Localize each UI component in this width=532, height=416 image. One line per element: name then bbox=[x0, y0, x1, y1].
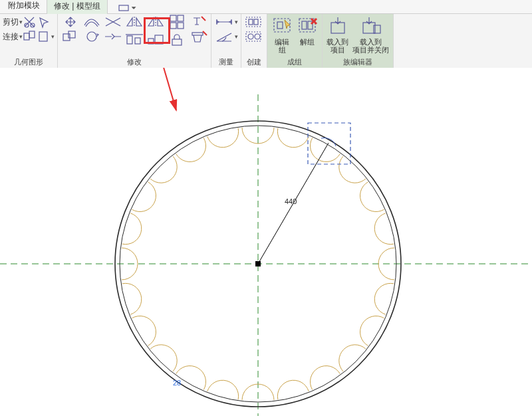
svg-rect-0 bbox=[119, 5, 128, 11]
reference-axes bbox=[0, 94, 532, 416]
load-to-project-icon bbox=[327, 16, 348, 37]
panel-geometry: 剪切 ▾ 连接 ▾ bbox=[0, 14, 58, 68]
chevron-down-icon: ⏷ bbox=[131, 5, 137, 11]
panel-measure: ▾ ▾ 测量 bbox=[211, 14, 241, 68]
edit-group-button[interactable]: 编辑 组 bbox=[270, 15, 294, 54]
tab-attached-module[interactable]: 附加模块 bbox=[1, 0, 47, 13]
radius-dimension-label: 440 bbox=[285, 197, 297, 205]
chevron-down-icon: ▾ bbox=[51, 33, 55, 40]
chevron-down-icon: ▾ bbox=[235, 19, 238, 25]
ribbon: 剪切 ▾ 连接 ▾ bbox=[0, 14, 532, 69]
align-icon[interactable] bbox=[124, 33, 144, 47]
panel-modify-title: 修改 bbox=[127, 56, 142, 68]
chevron-down-icon: ▾ bbox=[235, 33, 238, 40]
load-to-project-label: 载入到 项目 bbox=[327, 38, 348, 54]
svg-rect-17 bbox=[172, 39, 182, 45]
svg-rect-21 bbox=[254, 19, 258, 25]
panel-modify: 修改 bbox=[58, 14, 211, 68]
svg-rect-9 bbox=[170, 15, 176, 21]
cut-label: 剪切 bbox=[3, 17, 19, 28]
svg-rect-10 bbox=[178, 15, 184, 21]
ungroup-icon bbox=[297, 16, 318, 37]
move-icon[interactable] bbox=[61, 15, 80, 29]
annotation-arrow bbox=[156, 68, 176, 110]
panel-group-title: 成组 bbox=[287, 56, 302, 68]
selection-box[interactable] bbox=[308, 123, 350, 164]
leader-label: 28 bbox=[173, 379, 181, 387]
svg-rect-28 bbox=[302, 21, 307, 29]
svg-rect-20 bbox=[249, 19, 253, 25]
trim-icon[interactable] bbox=[103, 15, 123, 29]
svg-rect-4 bbox=[29, 31, 35, 38]
qat-dropdown[interactable]: ⏷ bbox=[113, 3, 142, 13]
connect-button[interactable]: 连接 ▾ bbox=[3, 30, 36, 43]
cut-button[interactable]: 剪切 ▾ bbox=[3, 15, 36, 29]
create-group-icon[interactable] bbox=[244, 30, 264, 43]
load-to-project-button[interactable]: 载入到 项目 bbox=[325, 15, 350, 54]
svg-rect-18 bbox=[192, 33, 203, 35]
svg-point-8 bbox=[87, 32, 96, 41]
svg-rect-15 bbox=[148, 39, 154, 44]
svg-point-24 bbox=[255, 34, 260, 39]
tab-modify-modelgroup[interactable]: 修改 | 模型组 bbox=[47, 0, 108, 14]
svg-rect-14 bbox=[135, 38, 140, 44]
dimension-angle-icon bbox=[214, 30, 234, 43]
svg-point-23 bbox=[248, 34, 253, 39]
make-group-icon[interactable] bbox=[244, 15, 264, 29]
svg-rect-13 bbox=[127, 36, 132, 44]
dimension-linear-button[interactable]: ▾ bbox=[214, 15, 238, 29]
ribbon-tabs: 附加模块 修改 | 模型组 ⏷ bbox=[0, 0, 532, 14]
unpin-icon[interactable] bbox=[188, 15, 208, 29]
copy-icon[interactable] bbox=[61, 30, 80, 43]
cut-icon bbox=[23, 15, 36, 29]
svg-rect-26 bbox=[277, 22, 283, 29]
dimension-linear-icon bbox=[214, 15, 234, 29]
panel-geometry-title: 几何图形 bbox=[14, 56, 43, 68]
svg-rect-19 bbox=[246, 17, 261, 27]
svg-rect-11 bbox=[170, 23, 176, 29]
svg-rect-12 bbox=[178, 23, 184, 29]
mirror-draw-icon[interactable] bbox=[146, 15, 166, 29]
drawing-canvas[interactable]: 440 28 bbox=[0, 68, 532, 416]
edit-group-icon bbox=[271, 16, 293, 37]
svg-rect-5 bbox=[39, 32, 47, 41]
panel-create: 创建 bbox=[241, 14, 267, 68]
connect-icon bbox=[23, 30, 36, 43]
panel-create-title: 创建 bbox=[247, 56, 261, 68]
offset-icon[interactable] bbox=[82, 15, 102, 29]
svg-rect-3 bbox=[24, 33, 29, 40]
panel-family-editor-title: 族编辑器 bbox=[343, 56, 372, 68]
mirror-axis-icon[interactable] bbox=[124, 15, 144, 29]
connect-label: 连接 bbox=[3, 31, 19, 43]
panel-measure-title: 测量 bbox=[219, 56, 233, 68]
lock-icon[interactable] bbox=[167, 33, 187, 47]
scale-icon[interactable] bbox=[146, 33, 166, 47]
ungroup-button[interactable]: 解组 bbox=[295, 15, 319, 47]
rotate-icon[interactable] bbox=[82, 30, 102, 43]
panel-group: 编辑 组 解组 成组 bbox=[267, 14, 323, 68]
dimension-angle-button[interactable]: ▾ bbox=[214, 30, 238, 43]
delete-icon[interactable] bbox=[188, 30, 208, 43]
paste-icon bbox=[37, 30, 51, 43]
edit-group-label: 编辑 组 bbox=[275, 38, 289, 54]
load-to-project-close-icon bbox=[360, 16, 382, 37]
pick-icon[interactable] bbox=[37, 15, 51, 29]
paste-dropdown[interactable]: ▾ bbox=[37, 30, 55, 43]
svg-rect-16 bbox=[155, 35, 163, 44]
load-to-project-close-button[interactable]: 载入到 项目并关闭 bbox=[351, 15, 390, 54]
split-icon[interactable] bbox=[103, 30, 123, 43]
array-icon[interactable] bbox=[167, 12, 187, 32]
panel-family-editor: 载入到 项目 载入到 项目并关闭 族编辑器 bbox=[323, 14, 394, 68]
svg-point-1 bbox=[25, 23, 29, 27]
ungroup-label: 解组 bbox=[300, 38, 315, 46]
load-to-project-close-label: 载入到 项目并关闭 bbox=[352, 38, 389, 54]
